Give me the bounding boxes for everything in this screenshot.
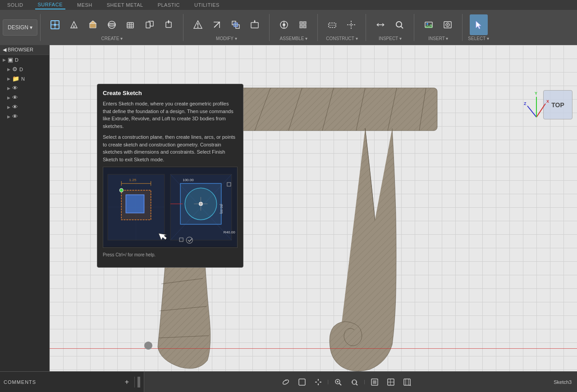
scroll-handle[interactable] (144, 342, 152, 350)
svg-text:Z: Z (524, 101, 527, 106)
assemble-btn-2[interactable] (294, 14, 312, 35)
arrow-icon-3: ▶ (7, 77, 10, 81)
browser-item-5[interactable]: ▶ 👁 (0, 93, 49, 102)
svg-text:1.25: 1.25 (129, 178, 137, 182)
select-label[interactable]: SELECT ▾ (468, 36, 489, 41)
add-comment-btn[interactable]: + (122, 376, 132, 388)
svg-rect-42 (300, 25, 302, 28)
create-btn-6[interactable] (141, 14, 159, 35)
modify-btn-3[interactable] (227, 14, 245, 35)
assemble-group: ASSEMBLE ▾ (272, 14, 315, 42)
effects-btn[interactable] (400, 376, 414, 388)
svg-rect-40 (300, 22, 302, 24)
browser-item-7[interactable]: ▶ 👁 (0, 112, 49, 121)
create-btn-3[interactable] (84, 14, 102, 35)
browser-item-3[interactable]: ▶ 📁 N (0, 74, 49, 83)
modify-group: MODIFY ▾ (186, 14, 266, 42)
browser-item-1[interactable]: ▶ ▣ D (0, 55, 49, 64)
design-dropdown[interactable]: DESIGN ▾ (3, 19, 37, 36)
select-icons (470, 14, 488, 35)
create-btn-7[interactable] (160, 14, 178, 35)
browser-item-6[interactable]: ▶ 👁 (0, 102, 49, 112)
assemble-btn-1[interactable] (275, 14, 293, 35)
tab-surface[interactable]: SURFACE (35, 0, 65, 9)
create-btn-5[interactable] (122, 14, 140, 35)
browser-item-4[interactable]: ▶ 👁 (0, 83, 49, 93)
tooltip-footer: Press Ctrl+/ for more help. (103, 251, 238, 258)
tab-sheet-metal[interactable]: SHEET METAL (104, 1, 146, 9)
create-sketch-tooltip: Create Sketch Enters Sketch mode, where … (97, 84, 243, 268)
insert-btn-1[interactable] (420, 14, 438, 35)
construct-group: CONSTRUCT ▾ (321, 14, 363, 42)
orbit-btn[interactable] (279, 376, 293, 388)
svg-marker-61 (476, 21, 481, 29)
insert-btn-2[interactable] (439, 14, 457, 35)
assemble-label[interactable]: ASSEMBLE ▾ (279, 36, 307, 41)
arrow-icon-2: ▶ (7, 67, 10, 72)
tooltip-para-2: Select a construction plane, then create… (103, 133, 238, 163)
modify-btn-2[interactable] (208, 14, 226, 35)
separator-1 (40, 14, 41, 41)
svg-text:X: X (546, 99, 549, 104)
pan-btn[interactable] (311, 376, 325, 388)
zoom-fit-btn[interactable] (348, 376, 361, 388)
comments-label: COMMENTS (4, 379, 119, 385)
arrow-icon-1: ▶ (3, 58, 6, 62)
modify-label[interactable]: MODIFY ▾ (216, 36, 237, 41)
viewport[interactable]: Create Sketch Enters Sketch mode, where … (50, 45, 577, 371)
inspect-group: INSPECT ▾ (369, 14, 411, 42)
modify-icons (189, 14, 264, 35)
svg-rect-135 (404, 379, 410, 385)
browser-item-label-3: N (21, 76, 25, 82)
create-sketch-btn[interactable] (46, 14, 64, 35)
assemble-icons (275, 14, 312, 35)
svg-text:R40.00: R40.00 (224, 230, 235, 234)
bottom-tools: | | (144, 376, 548, 388)
zoom-window-btn[interactable] (331, 376, 345, 388)
grid-btn[interactable] (384, 376, 398, 388)
gear-icon-1: ⚙ (12, 66, 18, 73)
browser-item-2[interactable]: ▶ ⚙ D (0, 64, 49, 74)
create-btn-4[interactable] (103, 14, 121, 35)
arrow-icon-7: ▶ (7, 114, 10, 119)
browser-panel: ◀ BROWSER ▶ ▣ D ▶ ⚙ D ▶ 📁 N ▶ 👁 ▶ 👁 ▶ 👁 (0, 45, 50, 371)
look-at-btn[interactable] (295, 376, 309, 388)
svg-rect-41 (303, 22, 306, 24)
svg-rect-131 (373, 380, 376, 384)
svg-marker-35 (254, 20, 256, 22)
tab-mesh[interactable]: MESH (74, 1, 95, 9)
create-btn-2[interactable] (65, 14, 83, 35)
modify-btn-1[interactable] (189, 14, 207, 35)
insert-label[interactable]: INSERT ▾ (428, 36, 448, 41)
tab-solid[interactable]: SOLID (5, 1, 26, 9)
svg-marker-23 (168, 20, 169, 22)
main-area: ◀ BROWSER ▶ ▣ D ▶ ⚙ D ▶ 📁 N ▶ 👁 ▶ 👁 ▶ 👁 (0, 45, 577, 371)
browser-header[interactable]: ◀ BROWSER (0, 45, 49, 55)
select-btn[interactable] (470, 14, 488, 35)
separator-2 (183, 14, 183, 41)
tab-utilities[interactable]: UTILITIES (192, 1, 222, 9)
inspect-btn-1[interactable] (371, 14, 389, 35)
construct-btn-2[interactable] (342, 14, 360, 35)
construct-label[interactable]: CONSTRUCT ▾ (326, 36, 357, 41)
create-label[interactable]: CREATE ▾ (101, 36, 123, 41)
inspect-label[interactable]: INSPECT ▾ (379, 36, 402, 41)
svg-rect-32 (234, 23, 238, 27)
eye-icon-3: 👁 (12, 104, 18, 110)
svg-marker-138 (409, 384, 411, 386)
separator-5 (366, 14, 366, 41)
doc-icon-1: ▣ (8, 56, 13, 63)
display-mode-btn[interactable] (368, 376, 381, 388)
modify-btn-4[interactable] (246, 14, 264, 35)
svg-point-3 (54, 23, 56, 26)
svg-line-27 (214, 22, 220, 27)
tab-plastic[interactable]: PLASTIC (155, 1, 183, 9)
svg-point-26 (197, 26, 199, 27)
construct-btn-1[interactable] (323, 14, 341, 35)
create-icons (46, 14, 178, 35)
panel-resize-handle[interactable] (137, 377, 140, 387)
insert-group: INSERT ▾ (417, 14, 459, 42)
inspect-btn-2[interactable] (390, 14, 408, 35)
svg-rect-6 (90, 23, 96, 28)
inspect-icons (371, 14, 408, 35)
